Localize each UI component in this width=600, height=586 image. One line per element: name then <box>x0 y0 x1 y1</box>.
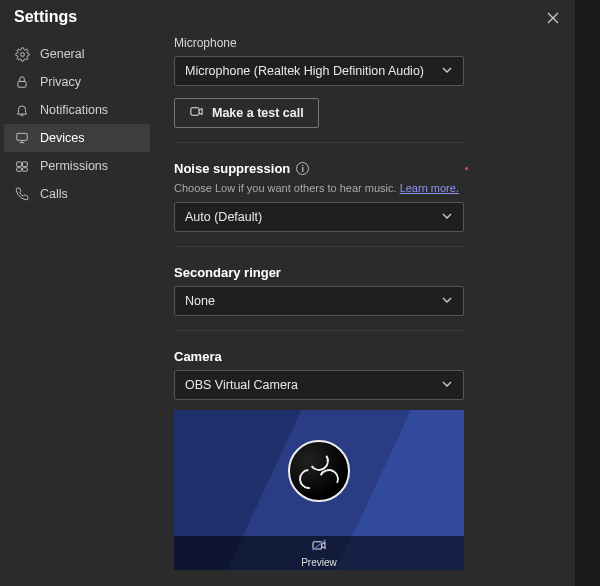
bell-icon <box>14 102 30 118</box>
chevron-down-icon <box>441 294 453 309</box>
camera-title: Camera <box>174 349 555 364</box>
sidebar-item-privacy[interactable]: Privacy <box>4 68 150 96</box>
sidebar-item-label: General <box>40 47 84 61</box>
camera-preview: Preview <box>174 410 464 570</box>
panel-title: Settings <box>14 8 77 26</box>
svg-point-0 <box>20 52 24 56</box>
noise-help-text: Choose Low if you want others to hear mu… <box>174 182 555 194</box>
sidebar-item-label: Calls <box>40 187 68 201</box>
lock-icon <box>14 74 30 90</box>
ringer-selected: None <box>185 294 215 308</box>
preview-bar[interactable]: Preview <box>174 536 464 570</box>
microphone-selected: Microphone (Realtek High Definition Audi… <box>185 64 424 78</box>
chevron-down-icon <box>441 64 453 79</box>
obs-logo-icon <box>288 440 350 502</box>
noise-selected: Auto (Default) <box>185 210 262 224</box>
svg-rect-7 <box>191 108 199 116</box>
sidebar-item-devices[interactable]: Devices <box>4 124 150 152</box>
sidebar-item-label: Permissions <box>40 159 108 173</box>
settings-sidebar: General Privacy Notifications Devices <box>0 32 154 586</box>
camera-off-icon <box>311 538 327 556</box>
svg-rect-8 <box>313 542 322 549</box>
secondary-ringer-title: Secondary ringer <box>174 265 555 280</box>
sidebar-item-notifications[interactable]: Notifications <box>4 96 150 124</box>
chevron-down-icon <box>441 210 453 225</box>
svg-rect-2 <box>17 133 28 140</box>
learn-more-link[interactable]: Learn more. <box>400 182 459 194</box>
sidebar-item-label: Devices <box>40 131 84 145</box>
make-test-call-button[interactable]: Make a test call <box>174 98 319 128</box>
svg-rect-4 <box>23 162 28 167</box>
svg-rect-1 <box>18 81 26 87</box>
settings-panel: Settings General Privacy <box>0 0 575 586</box>
svg-rect-5 <box>17 168 22 172</box>
close-icon <box>547 12 559 24</box>
test-call-label: Make a test call <box>212 106 304 120</box>
chevron-down-icon <box>441 378 453 393</box>
svg-rect-6 <box>23 168 28 172</box>
info-icon[interactable]: i <box>296 162 309 175</box>
secondary-ringer-select[interactable]: None <box>174 286 464 316</box>
sidebar-item-general[interactable]: General <box>4 40 150 68</box>
key-icon <box>14 158 30 174</box>
monitor-icon <box>14 130 30 146</box>
microphone-select[interactable]: Microphone (Realtek High Definition Audi… <box>174 56 464 86</box>
test-call-icon <box>189 104 204 122</box>
sidebar-item-label: Privacy <box>40 75 81 89</box>
camera-selected: OBS Virtual Camera <box>185 378 298 392</box>
preview-label: Preview <box>301 557 337 568</box>
sidebar-item-label: Notifications <box>40 103 108 117</box>
svg-rect-3 <box>17 162 22 167</box>
camera-select[interactable]: OBS Virtual Camera <box>174 370 464 400</box>
phone-icon <box>14 186 30 202</box>
status-dot <box>465 167 468 170</box>
sidebar-item-calls[interactable]: Calls <box>4 180 150 208</box>
microphone-label: Microphone <box>174 36 555 50</box>
noise-suppression-select[interactable]: Auto (Default) <box>174 202 464 232</box>
settings-content: Microphone Microphone (Realtek High Defi… <box>154 32 575 586</box>
noise-suppression-title: Noise suppression i <box>174 161 555 176</box>
close-button[interactable] <box>543 8 563 28</box>
sidebar-item-permissions[interactable]: Permissions <box>4 152 150 180</box>
gear-icon <box>14 46 30 62</box>
